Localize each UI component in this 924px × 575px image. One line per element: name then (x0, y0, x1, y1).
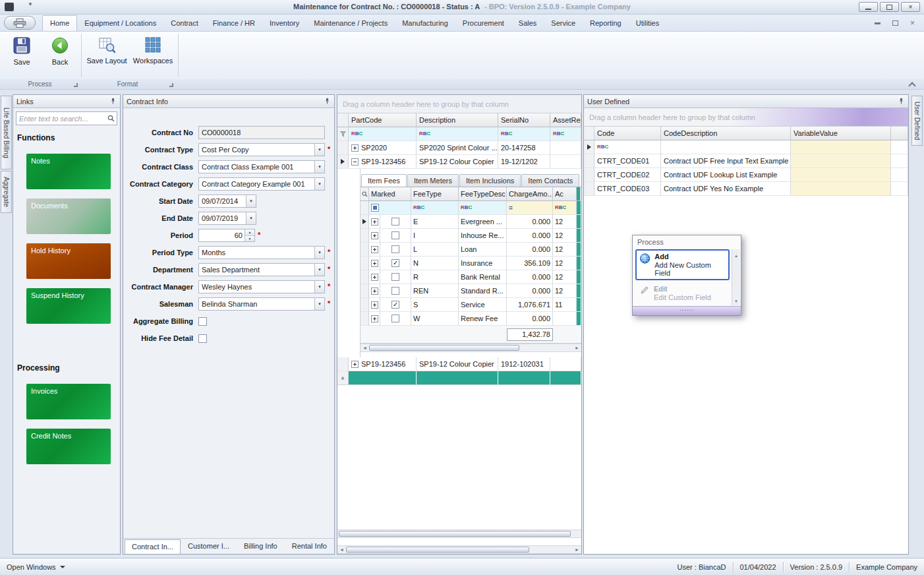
cell-marked[interactable] (380, 298, 411, 312)
cell-partcode[interactable]: SP19-123456 (349, 155, 417, 169)
tab-customer-info[interactable]: Customer I... (181, 539, 237, 554)
pin-icon[interactable] (898, 98, 905, 105)
cell-marked[interactable] (380, 257, 411, 270)
cell-chargeamount[interactable]: 0.000 (507, 243, 553, 257)
titlebar[interactable]: ▼ Maintenance for Contract No. : CO00000… (0, 0, 924, 15)
expand-icon[interactable] (351, 361, 359, 368)
new-cell-assetreg[interactable] (550, 371, 581, 385)
collapse-icon[interactable] (351, 158, 359, 166)
cell-variablevalue[interactable] (791, 182, 891, 196)
cell-serialno[interactable]: 20-147258 (498, 141, 550, 155)
new-item-row[interactable] (337, 371, 581, 385)
ribbon-tab-maintenance-projects[interactable]: Maintenance / Projects (306, 16, 395, 31)
detail-horizontal-scrollbar[interactable] (361, 344, 581, 352)
cell-feetype[interactable]: E (411, 215, 459, 229)
contract-class-select[interactable]: Contract Class Example 001 (198, 160, 325, 173)
cell-expand[interactable] (369, 243, 380, 257)
table-row[interactable]: REN Standard R... 0.000 12 (361, 284, 581, 298)
spin-up-icon[interactable] (245, 229, 254, 235)
cell-feetype[interactable]: I (411, 229, 459, 243)
credit-notes-button[interactable]: Credit Notes (26, 429, 111, 464)
application-menu-button[interactable] (4, 16, 36, 30)
maximize-button[interactable] (880, 2, 899, 12)
filter-cell-marked[interactable] (369, 201, 411, 215)
column-header-chargeamount[interactable]: ChargeAmo... (507, 187, 553, 201)
cell-assetreg[interactable] (550, 155, 581, 169)
marked-checkbox[interactable] (391, 301, 399, 309)
filter-cell-acc[interactable] (553, 201, 577, 215)
scroll-left-icon[interactable] (337, 545, 346, 554)
popup-resize-grip[interactable] (633, 306, 741, 315)
cell-chargeamount[interactable]: 0.000 (507, 215, 553, 229)
cell-marked[interactable] (380, 312, 411, 326)
cell-marked[interactable] (380, 270, 411, 284)
cell-acc[interactable] (553, 312, 577, 326)
minimize-button[interactable] (859, 2, 878, 12)
column-header-variablevalue[interactable]: VariableValue (791, 127, 891, 140)
column-header-feetype[interactable]: FeeType (411, 187, 459, 201)
column-header-partcode[interactable]: PartCode (349, 113, 417, 127)
table-row[interactable]: SP19-123456 SP19-12 Colour Copier 19-12/… (337, 155, 581, 169)
salesman-select[interactable]: Belinda Sharman (198, 297, 325, 311)
side-tab-life-based-billing[interactable]: Life Based Billing (1, 96, 12, 169)
table-row[interactable]: W Renew Fee 0.000 (361, 312, 581, 326)
pin-icon[interactable] (324, 98, 331, 105)
cell-expand[interactable] (369, 312, 380, 326)
column-header-codedescription[interactable]: CodeDescription (661, 127, 791, 140)
scrollbar-thumb[interactable] (369, 345, 519, 351)
cell-expand[interactable] (369, 257, 380, 270)
marked-checkbox[interactable] (391, 287, 399, 295)
filter-funnel-icon[interactable] (337, 127, 349, 141)
tab-rental-info[interactable]: Rental Info (285, 539, 334, 554)
cell-feetype[interactable]: N (411, 257, 459, 270)
cell-feetype[interactable]: R (411, 270, 459, 284)
tab-item-contacts[interactable]: Item Contacts (521, 174, 579, 187)
cell-feetypedesc[interactable]: Insurance (459, 257, 507, 270)
cell-acc[interactable]: 11 (553, 298, 577, 312)
cell-acc[interactable]: 12 (553, 215, 577, 229)
close-button[interactable]: × (901, 2, 920, 12)
pin-icon[interactable] (109, 98, 117, 105)
column-header-code[interactable]: Code (594, 127, 661, 140)
column-header-feetypedesc[interactable]: FeeTypeDesc (459, 187, 507, 201)
cell-assetreg[interactable] (550, 141, 581, 155)
column-header-marked[interactable]: Marked (369, 187, 411, 201)
start-date-picker[interactable]: 09/07/2014 (198, 195, 256, 208)
add-custom-field-button[interactable]: Add Add New Custom Field (635, 249, 730, 280)
tab-item-meters[interactable]: Item Meters (407, 174, 459, 187)
table-row[interactable]: CTRT_CODE01 Contract UDF Free Input Text… (584, 154, 908, 168)
period-spinner[interactable]: 60 (198, 229, 255, 242)
back-button[interactable]: Back (41, 32, 79, 79)
department-select[interactable]: Sales Department (198, 263, 325, 276)
cell-partcode[interactable]: SP19-123456 (349, 357, 417, 371)
expand-icon[interactable] (351, 144, 359, 152)
invoices-button[interactable]: Invoices (26, 384, 111, 419)
table-row[interactable]: R Bank Rental 0.000 12 (361, 270, 581, 284)
search-icon[interactable] (107, 115, 115, 122)
filter-cell-feetype[interactable] (411, 201, 459, 215)
filter-cell-description[interactable] (417, 127, 498, 141)
contract-no-input[interactable]: CO0000018 (198, 126, 325, 139)
ribbon-tab-manufacturing[interactable]: Manufacturing (395, 16, 455, 31)
filter-cell-assetreg[interactable] (550, 127, 581, 141)
cell-description[interactable]: SP19-12 Colour Copier (417, 155, 498, 169)
expand-icon[interactable] (371, 260, 378, 267)
ribbon-tab-procurement[interactable]: Procurement (455, 16, 511, 31)
grid-search-icon[interactable] (361, 187, 369, 201)
ribbon-tab-service[interactable]: Service (544, 16, 583, 31)
cell-chargeamount[interactable]: 0.000 (507, 270, 553, 284)
cell-feetype[interactable]: W (411, 312, 459, 326)
filter-cell-chargeamount[interactable] (507, 201, 553, 215)
cell-code[interactable]: CTRT_CODE01 (594, 154, 661, 168)
table-row[interactable]: E Evergreen ... 0.000 12 (361, 215, 581, 229)
marked-checkbox[interactable] (391, 218, 399, 226)
ribbon-tab-utilities[interactable]: Utilities (629, 16, 666, 31)
ribbon-tab-finance-hr[interactable]: Finance / HR (206, 16, 262, 31)
cell-marked[interactable] (380, 229, 411, 243)
contract-type-select[interactable]: Cost Per Copy (198, 143, 325, 156)
scrollbar-thumb[interactable] (339, 531, 571, 537)
table-row[interactable]: L Loan 0.000 12 (361, 243, 581, 257)
suspend-history-button[interactable]: Suspend History (26, 288, 111, 324)
scroll-right-icon[interactable] (573, 545, 581, 554)
group-by-hint[interactable]: Drag a column header here to group by th… (337, 95, 581, 113)
